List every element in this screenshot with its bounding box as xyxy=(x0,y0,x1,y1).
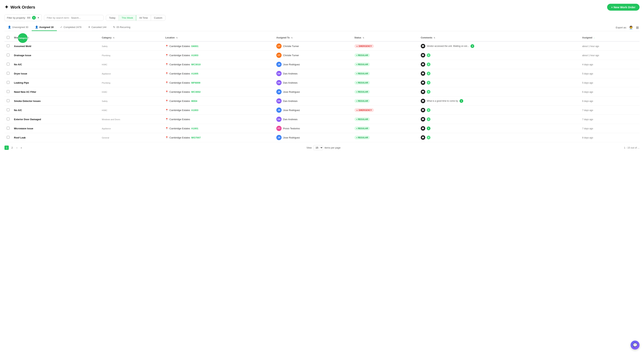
row-assigned-time: 6 days ago xyxy=(580,87,640,96)
date-filter-custom[interactable]: Custom xyxy=(151,15,165,21)
row-checkbox[interactable] xyxy=(7,72,10,75)
date-filter-today[interactable]: Today xyxy=(106,15,119,21)
assignee-name: Jose Rodriguez xyxy=(283,91,300,93)
row-checkbox[interactable] xyxy=(7,54,10,56)
col-assigned[interactable]: Assigned ↓ xyxy=(580,34,640,41)
date-filter-all-time[interactable]: All Time xyxy=(136,15,151,21)
assigned-time-text: 6 days ago xyxy=(582,91,593,93)
comment-bubble-icon[interactable]: 💬 xyxy=(421,71,425,76)
table-row[interactable]: No A/C HVAC 📍 Cambridge EstatesWC3010 JR… xyxy=(4,60,640,69)
row-location: 📍 Cambridge EstatesG6001 xyxy=(163,41,274,51)
row-checkbox[interactable] xyxy=(7,118,10,120)
table-row[interactable]: Dryer Issue Appliance 📍 Cambridge Estate… xyxy=(4,69,640,78)
col-status[interactable]: Status ⇅ xyxy=(352,34,418,41)
location-unit: I8004 xyxy=(191,100,197,102)
tab-completed[interactable]: ✓ Completed 2479 xyxy=(57,24,84,31)
status-badge: REGULAR xyxy=(354,90,370,94)
row-work-order: Leaking Pipe xyxy=(12,78,100,87)
table-row[interactable]: No A/C HVAC 📍 Cambridge EstatesA1003 JR … xyxy=(4,106,640,115)
table-row[interactable]: Exterior Door Damaged Windows and Doors … xyxy=(4,115,640,124)
comment-bubble-icon[interactable]: 💬 xyxy=(421,135,425,140)
tab-canceled[interactable]: ✕ Canceled 144 xyxy=(85,24,110,31)
date-filter-group: Today This Week All Time Custom xyxy=(106,15,166,21)
row-checkbox-cell[interactable] xyxy=(4,60,12,69)
comment-bubble-icon[interactable]: 💬 xyxy=(421,90,425,94)
comment-bubble-icon[interactable]: 💬 xyxy=(421,80,425,85)
comment-bubble-icon[interactable]: 💬 xyxy=(421,117,425,121)
row-status: REGULAR xyxy=(352,96,418,106)
row-location: 📍 Cambridge EstatesWF6009 xyxy=(163,78,274,87)
table-row[interactable]: Drainage Issue Plumbing 📍 Cambridge Esta… xyxy=(4,51,640,60)
export-grid-button[interactable]: ⊞ xyxy=(635,25,640,30)
row-checkbox-cell[interactable] xyxy=(4,106,12,115)
assigned-time-text: 7 days ago xyxy=(582,109,593,112)
table-row[interactable]: Roof Leak General 📍 Cambridge EstatesWG7… xyxy=(4,133,640,142)
table-row[interactable]: Need New AC Filter HVAC 📍 Cambridge Esta… xyxy=(4,87,640,96)
row-checkbox-cell[interactable] xyxy=(4,78,12,87)
row-checkbox-cell[interactable] xyxy=(4,96,12,106)
row-checkbox[interactable] xyxy=(7,108,10,111)
per-page-select[interactable]: 15 25 50 xyxy=(313,145,323,150)
row-checkbox-cell[interactable] xyxy=(4,41,12,51)
location-unit: WC3010 xyxy=(191,63,201,66)
row-assigned-to: JR Jose Rodriguez xyxy=(274,87,352,96)
row-checkbox-cell[interactable] xyxy=(4,115,12,124)
comment-bubble-icon[interactable]: 💬 xyxy=(421,126,425,131)
col-comments[interactable]: Comments ⇅ xyxy=(418,34,580,41)
export-csv-button[interactable]: 🧑‍💼 xyxy=(628,25,634,30)
row-checkbox-cell[interactable] xyxy=(4,133,12,142)
assigned-time-text: about 1 hour ago xyxy=(582,45,599,48)
location-unit: G6001 xyxy=(191,45,198,48)
row-checkbox[interactable] xyxy=(7,136,10,139)
comment-bubble-icon[interactable]: 💬 xyxy=(421,44,425,48)
location-name: Cambridge Estates xyxy=(170,72,190,75)
comment-bubble-icon[interactable]: 💬 xyxy=(421,53,425,58)
row-checkbox[interactable] xyxy=(7,63,10,66)
col-work-order[interactable]: Work Order ⇅ xyxy=(12,34,100,41)
row-checkbox-cell[interactable] xyxy=(4,124,12,133)
col-location[interactable]: Location ⇅ xyxy=(163,34,274,41)
row-checkbox[interactable] xyxy=(7,44,10,47)
row-checkbox[interactable] xyxy=(7,90,10,93)
page-next-button[interactable]: › xyxy=(15,145,18,150)
status-badge: REGULAR xyxy=(354,53,370,57)
location-unit: A1003 xyxy=(191,54,198,57)
table-row[interactable]: Leaking Pipe Plumbing 📍 Cambridge Estate… xyxy=(4,78,640,87)
row-checkbox-cell[interactable] xyxy=(4,87,12,96)
page-last-button[interactable]: » xyxy=(20,145,23,150)
search-input[interactable] xyxy=(71,17,101,19)
view-label: View xyxy=(306,146,312,149)
tab-assigned[interactable]: 👤 Assigned 18 xyxy=(32,24,57,31)
filter-property-dropdown[interactable]: Filter by property: 1 ▼ xyxy=(4,14,42,21)
new-work-order-button[interactable]: + New Work Order xyxy=(607,4,640,11)
avatar: JR xyxy=(276,135,282,140)
table-row[interactable]: Microwave Issue Appliance 📍 Cambridge Es… xyxy=(4,124,640,133)
row-comments: 💬 0 xyxy=(418,133,580,142)
row-category: Windows and Doors xyxy=(100,115,163,124)
tab-recurring[interactable]: ↻ 05 Recurring xyxy=(110,24,134,31)
avatar: DA xyxy=(276,98,282,104)
tab-unassigned[interactable]: 👤 Unassigned 30 xyxy=(4,24,32,31)
row-checkbox[interactable] xyxy=(7,99,10,102)
row-checkbox[interactable] xyxy=(7,81,10,84)
comment-count-zero: 0 xyxy=(427,117,430,121)
select-all-checkbox[interactable] xyxy=(7,36,10,39)
location-pin-icon: 📍 xyxy=(165,72,168,75)
row-checkbox[interactable] xyxy=(7,127,10,129)
page-btn-1[interactable]: 1 xyxy=(4,145,9,150)
comment-count-zero: 0 xyxy=(427,108,430,112)
table-row[interactable]: Assumed Mold Safety 📍 Cambridge EstatesG… xyxy=(4,41,640,51)
col-category[interactable]: Category ⇅ xyxy=(100,34,163,41)
comment-bubble-icon[interactable]: 💬 xyxy=(421,62,425,67)
table-row[interactable]: Smoke Detector Issues Safety 📍 Cambridge… xyxy=(4,96,640,106)
avatar: DA xyxy=(276,117,282,122)
comment-bubble-icon[interactable]: 💬 xyxy=(421,99,425,103)
comment-bubble-icon[interactable]: 💬 xyxy=(421,108,425,112)
select-all-header[interactable] xyxy=(4,34,12,41)
chat-bubble[interactable]: 💬 xyxy=(630,340,640,349)
col-assigned-to[interactable]: Assigned To ⇅ xyxy=(274,34,352,41)
page-btn-2[interactable]: 2 xyxy=(10,145,14,150)
row-checkbox-cell[interactable] xyxy=(4,51,12,60)
row-checkbox-cell[interactable] xyxy=(4,69,12,78)
date-filter-this-week[interactable]: This Week xyxy=(119,15,136,21)
